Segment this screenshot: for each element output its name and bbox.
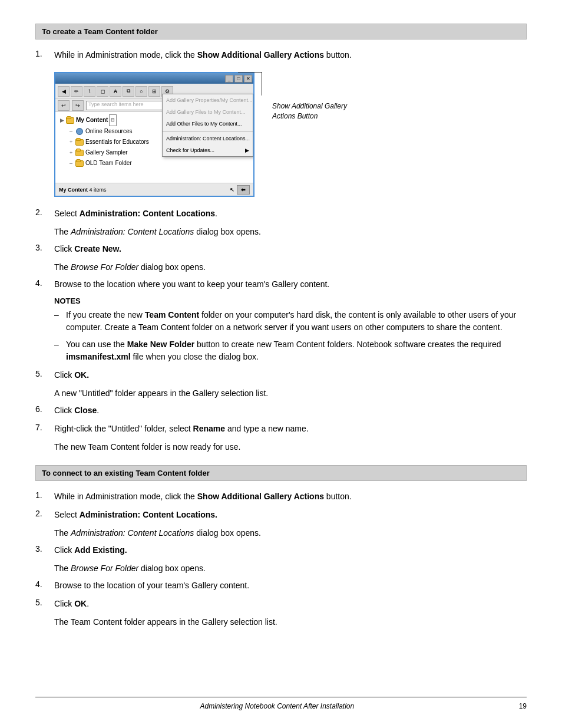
notes-block: NOTES – If you create the new Team Conte… <box>54 297 527 363</box>
tree-label-old: OLD Team Folder <box>85 158 132 169</box>
pen-btn[interactable]: ✏ <box>71 86 82 97</box>
step-content-1: While in Administration mode, click the … <box>54 49 527 61</box>
connect-step-content-3: Click Add Existing. <box>54 544 527 556</box>
expand-icon-gal: + <box>70 147 75 158</box>
folder-icon-old <box>75 159 84 167</box>
step-num-7: 7. <box>35 423 54 432</box>
step-content-5: Click OK. <box>54 369 527 381</box>
step-num-1: 1. <box>35 49 54 58</box>
step-6: 6. Click Close. <box>35 404 527 417</box>
expand-icon-ess: + <box>70 137 75 147</box>
back-btn[interactable]: ◀ <box>58 86 70 97</box>
step-content-6: Click Close. <box>54 404 527 417</box>
connect-step-num-5: 5. <box>35 598 54 607</box>
notes-list: – If you create the new Team Content fol… <box>54 309 527 363</box>
ctx-add-gallery-props[interactable]: Add Gallery Properties/My Content... <box>163 94 253 106</box>
step-5-sub: A new "Untitled" folder appears in the G… <box>54 387 527 400</box>
folder-icon-gal <box>75 149 84 157</box>
tree-label-online: Online Resources <box>85 126 132 137</box>
tree-item-old[interactable]: – OLD Team Folder <box>70 158 249 169</box>
step-content-3: Click Create New. <box>54 243 527 255</box>
copy-btn[interactable]: ⧉ <box>123 86 134 97</box>
step-4: 4. Browse to the location where you want… <box>35 278 527 291</box>
step-content-7: Right-click the "Untitled" folder, selec… <box>54 423 527 435</box>
titlebar: _ □ ✕ <box>55 73 253 84</box>
step-7: 7. Right-click the "Untitled" folder, se… <box>35 423 527 435</box>
connect-step-content-1: While in Administration mode, click the … <box>54 490 527 503</box>
callout-line <box>262 72 262 95</box>
note-1: – If you create the new Team Content fol… <box>54 309 527 334</box>
connect-step-num-1: 1. <box>35 490 54 500</box>
step-1: 1. While in Administration mode, click t… <box>35 49 527 61</box>
grid-btn[interactable]: ⊞ <box>148 86 160 97</box>
connect-step-content-2: Select Administration: Content Locations… <box>54 509 527 521</box>
footer-center: Administering Notebook Content After Ins… <box>200 702 354 710</box>
page: To create a Team Content folder 1. While… <box>0 0 562 668</box>
expand-icon-old: – <box>70 158 75 169</box>
footer: Administering Notebook Content After Ins… <box>35 697 527 710</box>
connect-step-4: 4. Browse to the location of your team's… <box>35 579 527 592</box>
line-btn[interactable]: \ <box>84 86 95 97</box>
connect-step-num-4: 4. <box>35 579 54 589</box>
shape-btn[interactable]: ◻ <box>97 86 108 97</box>
expand-icon-online: – <box>70 126 75 137</box>
footer-page: 19 <box>519 702 527 710</box>
note-dash-2: – <box>54 338 66 363</box>
connect-step-1: 1. While in Administration mode, click t… <box>35 490 527 503</box>
forward-icon[interactable]: ↪ <box>72 100 84 111</box>
step-5: 5. Click OK. <box>35 369 527 381</box>
tree-label-mycontent: My Content <box>76 115 108 126</box>
step-2: 2. Select Administration: Content Locati… <box>35 207 527 220</box>
step-2-sub: The Administration: Content Locations di… <box>54 226 527 238</box>
connect-step-3: 3. Click Add Existing. <box>35 544 527 556</box>
note-text-1: If you create the new Team Content folde… <box>66 309 527 334</box>
close-btn[interactable]: ✕ <box>244 75 252 83</box>
connect-step-5: 5. Click OK. <box>35 598 527 610</box>
callout: Show Additional GalleryActions Button <box>262 72 347 121</box>
section-header-create: To create a Team Content folder <box>35 24 527 39</box>
globe-icon <box>75 127 84 136</box>
connect-step-content-4: Browse to the location of your team's Ga… <box>54 579 527 592</box>
note-2: – You can use the Make New Folder button… <box>54 338 527 363</box>
minimize-btn[interactable]: _ <box>225 75 233 83</box>
step-3: 3. Click Create New. <box>35 243 527 255</box>
connect-step-2: 2. Select Administration: Content Locati… <box>35 509 527 521</box>
note-text-2: You can use the Make New Folder button t… <box>66 338 527 363</box>
section-header-connect: To connect to an existing Team Content f… <box>35 465 527 481</box>
callout-label: Show Additional GalleryActions Button <box>272 95 347 121</box>
connect-step-content-5: Click OK. <box>54 598 527 610</box>
ctx-check-updates[interactable]: Check for Updates...▶ <box>163 144 253 156</box>
context-menu: Add Gallery Properties/My Content... Add… <box>162 94 253 157</box>
note-dash-1: – <box>54 309 66 334</box>
ctx-add-other-files[interactable]: Add Other Files to My Content... <box>163 118 253 130</box>
notes-title: NOTES <box>54 297 527 305</box>
step-num-3: 3. <box>35 243 54 252</box>
folder-icon-ess <box>75 138 84 146</box>
step-content-2: Select Administration: Content Locations… <box>54 207 527 220</box>
step-num-5: 5. <box>35 369 54 378</box>
screenshot-area: _ □ ✕ ◀ ✏ \ ◻ A ⧉ ○ ⊞ ⚙ ↩ ↪ Type search … <box>54 72 527 197</box>
step-3-sub: The Browse For Folder dialog box opens. <box>54 261 527 274</box>
text-btn[interactable]: A <box>110 86 121 97</box>
callout-h-line <box>238 72 262 73</box>
folder-icon <box>66 116 74 124</box>
step-num-4: 4. <box>35 278 54 288</box>
status-label: My Content <box>59 187 88 193</box>
connect-step-5-sub: The Team Content folder appears in the G… <box>54 616 527 628</box>
maximize-btn[interactable]: □ <box>234 75 243 83</box>
ctx-add-gallery-files[interactable]: Add Gallery Files to My Content... <box>163 106 253 118</box>
step-num-2: 2. <box>35 207 54 217</box>
circle-btn[interactable]: ○ <box>135 86 147 97</box>
connect-step-2-sub: The Administration: Content Locations di… <box>54 527 527 539</box>
tree-label-gallery: Gallery Sampler <box>85 147 128 158</box>
tree-label-essentials: Essentials for Educators <box>85 137 149 147</box>
screenshot: _ □ ✕ ◀ ✏ \ ◻ A ⧉ ○ ⊞ ⚙ ↩ ↪ Type search … <box>54 72 254 197</box>
connect-step-num-2: 2. <box>35 509 54 518</box>
cursor-icon: ↖ <box>230 187 234 193</box>
step-7-sub: The new Team Content folder is now ready… <box>54 441 527 453</box>
search-icon[interactable]: ↩ <box>58 100 70 111</box>
step-content-4: Browse to the location where you want to… <box>54 278 527 291</box>
ctx-admin-locations[interactable]: Administration: Content Locations... <box>163 133 253 144</box>
nav-btn[interactable]: ⬅ <box>237 185 250 195</box>
step-num-6: 6. <box>35 404 54 414</box>
